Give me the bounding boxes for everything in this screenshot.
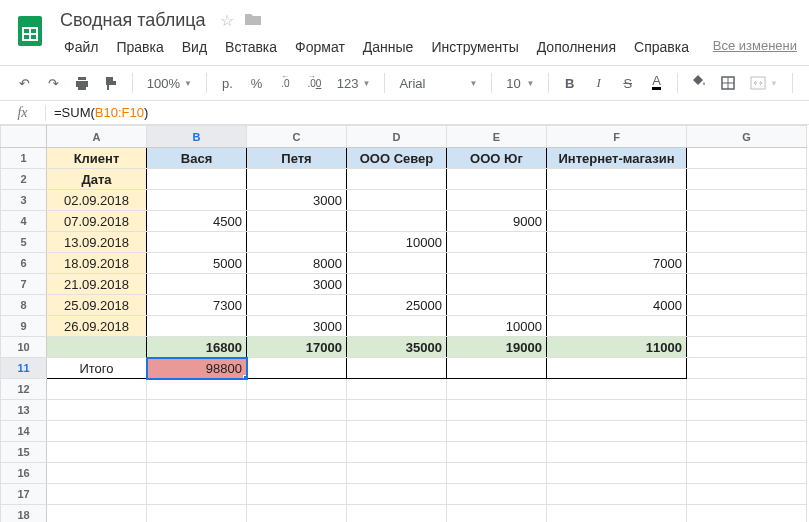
cell-c16[interactable] (247, 463, 347, 484)
col-header-g[interactable]: G (687, 126, 807, 148)
cell-b13[interactable] (147, 400, 247, 421)
cell-a17[interactable] (47, 484, 147, 505)
cell-b6[interactable]: 5000 (147, 253, 247, 274)
cell-b7[interactable] (147, 274, 247, 295)
cell-b3[interactable] (147, 190, 247, 211)
cell-a16[interactable] (47, 463, 147, 484)
cell-d8[interactable]: 25000 (347, 295, 447, 316)
cell-g3[interactable] (687, 190, 807, 211)
cell-f10[interactable]: 11000 (547, 337, 687, 358)
row-header-18[interactable]: 18 (1, 505, 47, 523)
cell-f6[interactable]: 7000 (547, 253, 687, 274)
cell-e14[interactable] (447, 421, 547, 442)
cell-c15[interactable] (247, 442, 347, 463)
cell-c11[interactable] (247, 358, 347, 379)
format-currency-button[interactable]: р. (215, 70, 240, 96)
row-header-9[interactable]: 9 (1, 316, 47, 337)
cell-d6[interactable] (347, 253, 447, 274)
doc-title[interactable]: Сводная таблица (56, 8, 210, 33)
cell-e12[interactable] (447, 379, 547, 400)
cell-b11[interactable]: 98800 (147, 358, 247, 379)
cell-f2[interactable] (547, 169, 687, 190)
cell-g7[interactable] (687, 274, 807, 295)
col-header-a[interactable]: A (47, 126, 147, 148)
bold-button[interactable]: B (557, 70, 582, 96)
row-header-15[interactable]: 15 (1, 442, 47, 463)
menu-tools[interactable]: Инструменты (423, 35, 526, 59)
cell-a8[interactable]: 25.09.2018 (47, 295, 147, 316)
cell-g18[interactable] (687, 505, 807, 523)
cell-g4[interactable] (687, 211, 807, 232)
row-header-16[interactable]: 16 (1, 463, 47, 484)
borders-button[interactable] (715, 70, 740, 96)
cell-f15[interactable] (547, 442, 687, 463)
cell-e3[interactable] (447, 190, 547, 211)
cell-a3[interactable]: 02.09.2018 (47, 190, 147, 211)
cell-a5[interactable]: 13.09.2018 (47, 232, 147, 253)
undo-button[interactable]: ↶ (12, 70, 37, 96)
cell-e18[interactable] (447, 505, 547, 523)
cell-d2[interactable] (347, 169, 447, 190)
row-header-6[interactable]: 6 (1, 253, 47, 274)
cell-g9[interactable] (687, 316, 807, 337)
col-header-e[interactable]: E (447, 126, 547, 148)
cell-c1[interactable]: Петя (247, 148, 347, 169)
cell-a1[interactable]: Клиент (47, 148, 147, 169)
cell-e9[interactable]: 10000 (447, 316, 547, 337)
cell-c8[interactable] (247, 295, 347, 316)
cell-a2[interactable]: Дата (47, 169, 147, 190)
cell-f18[interactable] (547, 505, 687, 523)
cell-e1[interactable]: ООО Юг (447, 148, 547, 169)
italic-button[interactable]: I (586, 70, 611, 96)
cell-g15[interactable] (687, 442, 807, 463)
row-header-3[interactable]: 3 (1, 190, 47, 211)
cell-e15[interactable] (447, 442, 547, 463)
cell-b8[interactable]: 7300 (147, 295, 247, 316)
cell-g16[interactable] (687, 463, 807, 484)
menu-view[interactable]: Вид (174, 35, 215, 59)
print-button[interactable] (70, 70, 95, 96)
merge-cells-button[interactable]: ▼ (744, 70, 784, 96)
sheet-grid[interactable]: A B C D E F G 1 Клиент Вася Петя ООО Сев… (0, 125, 809, 522)
col-header-d[interactable]: D (347, 126, 447, 148)
cell-g6[interactable] (687, 253, 807, 274)
paint-format-button[interactable] (99, 70, 124, 96)
menu-addons[interactable]: Дополнения (529, 35, 624, 59)
cell-b16[interactable] (147, 463, 247, 484)
cell-f16[interactable] (547, 463, 687, 484)
cell-g11[interactable] (687, 358, 807, 379)
cell-d16[interactable] (347, 463, 447, 484)
cell-e5[interactable] (447, 232, 547, 253)
row-header-14[interactable]: 14 (1, 421, 47, 442)
menu-data[interactable]: Данные (355, 35, 422, 59)
cell-b17[interactable] (147, 484, 247, 505)
cell-c12[interactable] (247, 379, 347, 400)
cell-f1[interactable]: Интернет-магазин (547, 148, 687, 169)
col-header-f[interactable]: F (547, 126, 687, 148)
cell-d1[interactable]: ООО Север (347, 148, 447, 169)
cell-a12[interactable] (47, 379, 147, 400)
cell-f9[interactable] (547, 316, 687, 337)
folder-icon[interactable] (244, 12, 262, 30)
strikethrough-button[interactable]: S (615, 70, 640, 96)
row-header-7[interactable]: 7 (1, 274, 47, 295)
cell-g2[interactable] (687, 169, 807, 190)
star-icon[interactable]: ☆ (220, 11, 234, 30)
cell-c7[interactable]: 3000 (247, 274, 347, 295)
cell-d5[interactable]: 10000 (347, 232, 447, 253)
zoom-dropdown[interactable]: 100%▼ (141, 70, 198, 96)
cell-a9[interactable]: 26.09.2018 (47, 316, 147, 337)
row-header-4[interactable]: 4 (1, 211, 47, 232)
row-header-17[interactable]: 17 (1, 484, 47, 505)
cell-c14[interactable] (247, 421, 347, 442)
cell-g17[interactable] (687, 484, 807, 505)
cell-f13[interactable] (547, 400, 687, 421)
cell-d14[interactable] (347, 421, 447, 442)
cell-e17[interactable] (447, 484, 547, 505)
cell-g13[interactable] (687, 400, 807, 421)
cell-b4[interactable]: 4500 (147, 211, 247, 232)
cell-c6[interactable]: 8000 (247, 253, 347, 274)
cell-b9[interactable] (147, 316, 247, 337)
font-dropdown[interactable]: Arial▼ (393, 70, 483, 96)
cell-g1[interactable] (687, 148, 807, 169)
